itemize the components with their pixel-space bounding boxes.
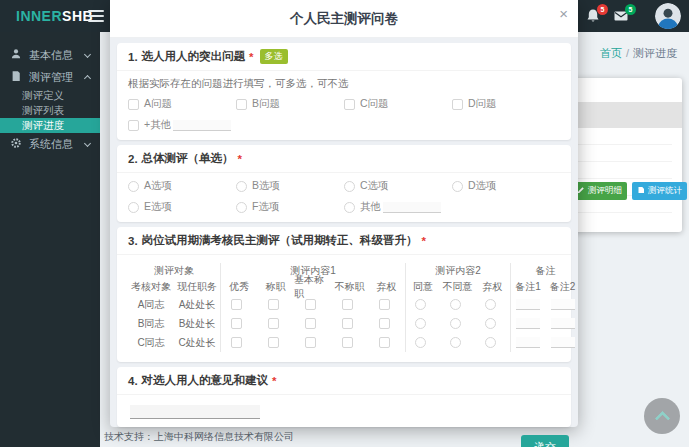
checkbox[interactable]: [305, 337, 316, 348]
breadcrumb-home-link[interactable]: 首页: [600, 47, 622, 59]
questionnaire-modal: 个人民主测评问卷 × 1. 选人用人的突出问题 * 多选 根据实际存在的问题进行…: [110, 0, 578, 427]
messages-button[interactable]: 5: [613, 8, 629, 24]
sidebar-item-system-info[interactable]: 系统信息: [0, 133, 100, 155]
checkbox-option-b[interactable]: B问题: [236, 97, 344, 111]
sidebar: 基本信息 测评管理 测评定义 测评列表 测评进度 系统信息: [0, 32, 100, 447]
checkbox-option-a[interactable]: A问题: [128, 97, 236, 111]
remark2-input[interactable]: [551, 299, 575, 310]
section2-header: 2. 总体测评（单选） *: [117, 145, 571, 173]
section3-header: 3. 岗位试用期满考核民主测评（试用期转正、科级晋升） *: [117, 227, 571, 255]
chevron-down-icon: [84, 50, 91, 57]
section1-other-input[interactable]: [173, 120, 231, 131]
notifications-button[interactable]: 5: [585, 8, 601, 24]
checkbox[interactable]: [305, 299, 316, 310]
sidebar-item-label: 测评管理: [29, 70, 85, 85]
sidebar-item-eval-manage[interactable]: 测评管理: [0, 66, 100, 88]
checkbox[interactable]: [236, 99, 247, 110]
option-label: A问题: [144, 97, 172, 111]
remark1-input[interactable]: [516, 337, 540, 348]
radio[interactable]: [415, 299, 426, 310]
submit-button[interactable]: 递交: [521, 435, 569, 447]
radio[interactable]: [485, 337, 496, 348]
notification-badge: 5: [597, 4, 608, 15]
sidebar-item-basic-info[interactable]: 基本信息: [0, 44, 100, 66]
checkbox[interactable]: [379, 299, 390, 310]
section-question-2: 2. 总体测评（单选） * A选项 B选项 C选项 D选项 E选项 F选项 其他: [117, 145, 571, 222]
eval-detail-label: 测评明细: [588, 185, 622, 197]
table-cell: [475, 295, 510, 314]
table-cell: [368, 314, 405, 333]
eval-stats-button[interactable]: 测评统计: [632, 182, 687, 200]
section2-number: 2.: [128, 153, 138, 165]
checkbox[interactable]: [344, 99, 355, 110]
close-icon[interactable]: ×: [559, 6, 568, 21]
remark2-input[interactable]: [551, 337, 575, 348]
radio-option-f[interactable]: F选项: [236, 200, 344, 214]
opinion-input[interactable]: [130, 405, 260, 419]
checkbox-option-d[interactable]: D问题: [452, 97, 560, 111]
radio[interactable]: [128, 202, 139, 213]
remark1-input[interactable]: [516, 299, 540, 310]
chevron-up-icon: [654, 411, 670, 427]
user-avatar[interactable]: [655, 3, 681, 29]
section-question-4: 4. 对选人用人的意见和建议 *: [117, 367, 571, 427]
checkbox[interactable]: [452, 99, 463, 110]
row-person: B同志: [128, 314, 174, 333]
checkbox[interactable]: [231, 299, 242, 310]
remark1-input[interactable]: [516, 318, 540, 329]
menu-toggle-icon[interactable]: [88, 10, 104, 25]
radio[interactable]: [128, 181, 139, 192]
checkbox[interactable]: [342, 337, 353, 348]
sidebar-item-eval-define[interactable]: 测评定义: [0, 88, 100, 103]
option-label: A选项: [144, 179, 172, 193]
checkbox[interactable]: [342, 299, 353, 310]
checkbox[interactable]: [231, 337, 242, 348]
eval-detail-button[interactable]: 测评明细: [572, 182, 627, 200]
sidebar-item-eval-progress[interactable]: 测评进度: [0, 118, 100, 133]
checkbox[interactable]: [379, 318, 390, 329]
checkbox[interactable]: [379, 337, 390, 348]
pencil-icon: [577, 186, 585, 196]
checkbox[interactable]: [128, 99, 139, 110]
column-header: 不称职: [331, 278, 368, 295]
radio[interactable]: [452, 181, 463, 192]
section2-other-input[interactable]: [383, 202, 441, 213]
radio[interactable]: [450, 318, 461, 329]
radio[interactable]: [236, 181, 247, 192]
radio[interactable]: [415, 337, 426, 348]
radio[interactable]: [344, 181, 355, 192]
checkbox[interactable]: [231, 318, 242, 329]
checkbox[interactable]: [128, 120, 139, 131]
radio[interactable]: [236, 202, 247, 213]
checkbox-option-c[interactable]: C问题: [344, 97, 452, 111]
radio[interactable]: [415, 318, 426, 329]
required-asterisk: *: [238, 153, 242, 165]
sidebar-item-eval-list[interactable]: 测评列表: [0, 103, 100, 118]
required-asterisk: *: [272, 375, 276, 387]
checkbox[interactable]: [268, 337, 279, 348]
checkbox[interactable]: [305, 318, 316, 329]
sidebar-item-label: 系统信息: [29, 137, 85, 152]
radio[interactable]: [450, 299, 461, 310]
sidebar-item-label: 基本信息: [29, 48, 85, 63]
remark2-input[interactable]: [551, 318, 575, 329]
radio[interactable]: [344, 202, 355, 213]
radio-option-d[interactable]: D选项: [452, 179, 560, 193]
radio-option-other[interactable]: 其他: [344, 200, 452, 214]
checkbox[interactable]: [268, 318, 279, 329]
scroll-top-button[interactable]: [644, 398, 680, 434]
table-cell: [368, 295, 405, 314]
radio[interactable]: [485, 318, 496, 329]
radio-option-b[interactable]: B选项: [236, 179, 344, 193]
radio[interactable]: [450, 337, 461, 348]
checkbox-option-other[interactable]: +其他: [128, 118, 236, 132]
checkbox[interactable]: [342, 318, 353, 329]
radio-option-e[interactable]: E选项: [128, 200, 236, 214]
radio-option-a[interactable]: A选项: [128, 179, 236, 193]
radio-option-c[interactable]: C选项: [344, 179, 452, 193]
modal-footer: 递交: [110, 432, 578, 447]
report-icon: [637, 186, 645, 196]
checkbox[interactable]: [268, 299, 279, 310]
table-cell: [510, 295, 545, 314]
radio[interactable]: [485, 299, 496, 310]
